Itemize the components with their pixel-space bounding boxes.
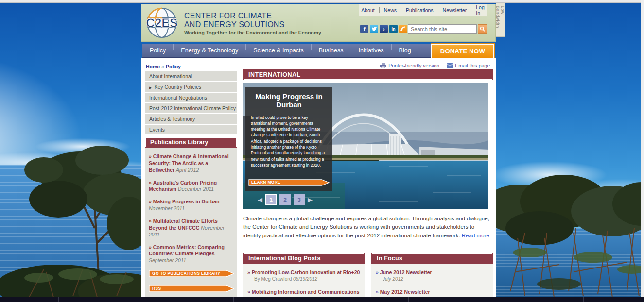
main-column: INTERNATIONAL [243,69,493,302]
donate-now-button[interactable]: DONATE NOW [431,44,494,59]
in-focus-header: In Focus [371,253,493,264]
carousel-page-2[interactable]: 2 [279,194,291,205]
site-search [408,24,487,34]
submenu-arrow-icon: ▶ [149,86,152,89]
breadcrumb-separator: » [160,64,166,69]
publication-item[interactable]: »Australia's Carbon Pricing Mechanism De… [149,180,233,193]
blog-posts-header: International Blog Posts [243,253,365,264]
nav-item-business[interactable]: Business [311,44,351,57]
carousel-slide-panel: Making Progress in Durban In what could … [245,87,332,191]
double-chevron-icon: » [376,269,379,275]
publications-library-header: Publications Library [145,137,237,148]
double-chevron-icon: » [149,153,152,159]
content-panel: Home»Policy Printer-friendly version Ema… [141,58,496,302]
international-section-header: INTERNATIONAL [243,69,493,80]
publication-item[interactable]: »Common Metrics: Comparing Countries' Cl… [149,244,233,265]
intro-paragraph: Climate change is a global challenge and… [243,215,492,240]
c2es-globe-logo[interactable]: C2ES [146,7,178,38]
social-icons: f ♪ in [360,25,407,33]
go-to-publications-library-button[interactable]: GO TO PUBLICATIONS LIBRARY [149,270,234,277]
background-water [496,228,644,297]
blog-post[interactable]: »Promoting Low-Carbon Innovation at Rio+… [247,269,360,283]
carousel-page-3[interactable]: 3 [294,194,305,205]
rss-icon[interactable] [399,25,407,33]
printer-friendly-link[interactable]: Printer-friendly version [380,63,439,68]
lower-sections: International Blog Posts »Promoting Low-… [243,253,493,302]
sidebar-item-about-international[interactable]: About International [145,71,237,81]
nav-item-energy-technology[interactable]: Energy & Technology [173,44,245,57]
nav-item-policy[interactable]: Policy [142,44,173,57]
printer-icon [380,63,386,68]
main-nav: Policy Energy & Technology Science & Imp… [142,44,495,58]
in-focus-item[interactable]: »June 2012 Newsletter July 2012 [376,269,488,283]
carousel: Making Progress in Durban In what could … [243,83,488,209]
double-chevron-icon: » [247,289,250,295]
breadcrumb-home[interactable]: Home [146,64,160,69]
facebook-icon[interactable]: f [360,25,368,33]
in-focus-section: In Focus »June 2012 Newsletter July 2012… [371,253,493,302]
background-water [0,165,142,297]
carousel-pager: ◀ 1 2 3 ▶ [258,194,313,205]
publication-item[interactable]: »Climate Change & International Security… [149,153,233,174]
slide-text: In what could prove to be a key transiti… [245,114,332,169]
site-container: C2ES CENTER FOR CLIMATE AND ENERGY SOLUT… [141,3,496,302]
sidebar-item-articles-testimony[interactable]: Articles & Testimony [145,114,237,124]
linkedin-icon[interactable]: in [389,25,398,33]
utility-link-news[interactable]: News [379,7,401,13]
double-chevron-icon: » [149,180,152,185]
taskbar-strip [0,297,644,302]
carousel-page-1[interactable]: 1 [265,194,277,205]
low-bandwidth-tab[interactable]: Low Bandwidth [496,3,505,37]
site-header: C2ES CENTER FOR CLIMATE AND ENERGY SOLUT… [141,4,496,42]
sidebar-item-events[interactable]: Events [145,125,237,134]
rss-button[interactable]: RSS [149,285,234,292]
breadcrumb-current: Policy [166,64,181,69]
nav-item-initiatives[interactable]: Initiatives [351,44,391,57]
read-more-link[interactable]: Read more [462,233,489,238]
scrollbar-strip[interactable] [641,0,644,302]
utility-link-about[interactable]: About [357,7,379,13]
double-chevron-icon: » [149,218,152,224]
search-input[interactable] [408,24,477,34]
sidebar-item-post-2012[interactable]: Post-2012 International Climate Policy [145,103,237,113]
sidebar-item-key-country-policies[interactable]: ▶Key Country Policies [145,82,237,92]
double-chevron-icon: » [376,289,379,295]
double-chevron-icon: » [149,244,152,250]
slide-title: Making Progress in Durban [245,87,332,114]
org-name: CENTER FOR CLIMATE AND ENERGY SOLUTIONS [184,12,284,29]
international-blog-posts-section: International Blog Posts »Promoting Low-… [243,253,365,302]
utility-link-login[interactable]: Log In [471,4,489,16]
publication-item[interactable]: »Making Progress in Durban November 2011 [149,199,233,212]
nav-item-science-impacts[interactable]: Science & Impacts [245,44,311,57]
email-icon [447,63,453,68]
double-chevron-icon: » [149,199,152,204]
sidebar-item-international-negotiations[interactable]: International Negotiations [145,93,237,102]
carousel-prev-icon[interactable]: ◀ [258,197,262,203]
search-icon [480,26,485,32]
breadcrumb: Home»Policy [146,64,181,69]
utility-nav: About News Publications Newsletter Log I… [359,4,487,16]
itunes-music-icon[interactable]: ♪ [380,25,388,33]
learn-more-button[interactable]: LEARN MORE [248,179,330,188]
carousel-next-icon[interactable]: ▶ [308,197,313,203]
utility-link-newsletter[interactable]: Newsletter [438,7,471,13]
publication-item[interactable]: »Multilateral Climate Efforts Beyond the… [149,218,233,238]
logo-acronym: C2ES [146,16,177,30]
email-page-link[interactable]: Email this page [447,63,490,68]
nav-item-blog[interactable]: Blog [391,44,418,57]
double-chevron-icon: » [247,269,250,275]
page-tools: Printer-friendly version Email this page [380,63,490,68]
tagline: Working Together for the Environment and… [184,30,321,35]
browser-top-strip [0,0,644,3]
search-button[interactable] [478,24,487,34]
utility-link-publications[interactable]: Publications [401,7,438,13]
sidebar: About International ▶Key Country Policie… [145,71,237,300]
twitter-icon[interactable] [370,25,378,33]
publications-list: »Climate Change & International Security… [145,148,237,300]
